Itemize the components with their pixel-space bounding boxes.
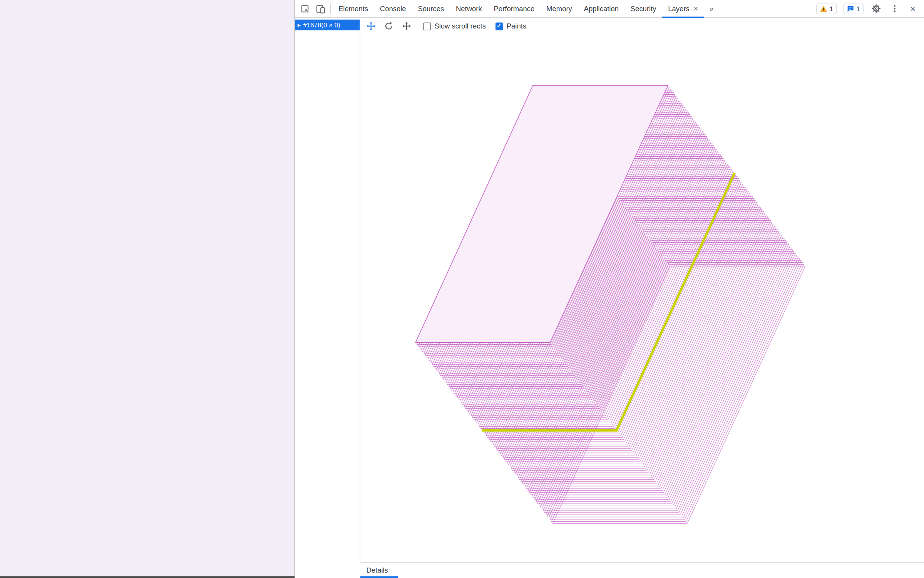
- checkmark-icon: ✓: [497, 23, 502, 29]
- inspected-page: [0, 0, 295, 578]
- layers-panel: ▶ #1678(0 × 0): [295, 18, 924, 578]
- close-icon: ×: [910, 4, 916, 13]
- layer-tree-sidebar: ▶ #1678(0 × 0): [295, 18, 360, 562]
- rotate-icon: [384, 21, 394, 31]
- move-arrows-icon: [402, 21, 412, 31]
- tab-performance[interactable]: Performance: [488, 0, 541, 17]
- message-bubble-icon: [847, 5, 854, 12]
- inspect-cursor-icon: [301, 4, 310, 13]
- layer-size: (0 × 0): [321, 21, 340, 28]
- screen: Elements Console Sources Network Perform…: [0, 0, 924, 578]
- tab-label: Sources: [418, 5, 444, 13]
- devtools-tabs: Elements Console Sources Network Perform…: [333, 0, 719, 17]
- warning-count: 1: [830, 5, 833, 12]
- tab-layers[interactable]: Layers ×: [662, 0, 704, 17]
- slow-scroll-rects-checkbox[interactable]: [423, 22, 431, 30]
- tab-details[interactable]: Details: [360, 563, 398, 578]
- details-tab-label: Details: [366, 566, 388, 575]
- inspect-element-button[interactable]: [298, 1, 313, 16]
- tab-application[interactable]: Application: [578, 0, 624, 17]
- close-devtools-button[interactable]: ×: [907, 3, 919, 15]
- layers-3d-canvas[interactable]: [360, 34, 924, 562]
- expander-triangle-icon[interactable]: ▶: [298, 23, 301, 27]
- details-bar: Details: [360, 562, 924, 578]
- layer-tree-item-selected[interactable]: ▶ #1678(0 × 0): [295, 20, 360, 30]
- pan-mode-button[interactable]: [365, 20, 377, 32]
- tab-close-icon[interactable]: ×: [694, 5, 698, 12]
- tab-label: Layers: [668, 5, 689, 13]
- message-badge[interactable]: 1: [843, 3, 864, 14]
- device-toolbar-icon: [316, 4, 326, 13]
- slow-scroll-rects-label: Slow scroll rects: [434, 22, 485, 30]
- more-tabs-button[interactable]: »: [704, 0, 719, 17]
- tab-memory[interactable]: Memory: [541, 0, 578, 17]
- reset-view-button[interactable]: [401, 20, 413, 32]
- tab-label: Security: [631, 5, 656, 13]
- devtools-panel: Elements Console Sources Network Perform…: [295, 0, 924, 578]
- paints-label: Paints: [507, 22, 526, 30]
- tab-label: Network: [456, 5, 482, 13]
- device-toolbar-button[interactable]: [313, 1, 328, 16]
- tab-console[interactable]: Console: [374, 0, 412, 17]
- message-count: 1: [856, 5, 860, 12]
- tab-label: Memory: [546, 5, 572, 13]
- page-bottom-edge: [0, 576, 295, 578]
- tab-label: Console: [380, 5, 406, 13]
- tab-label: Application: [584, 5, 619, 13]
- settings-button[interactable]: [870, 3, 882, 15]
- toolbar-separator: [330, 3, 331, 14]
- layer-id: #1678: [303, 21, 321, 28]
- warning-triangle-icon: [820, 5, 827, 12]
- paints-checkbox[interactable]: ✓: [495, 22, 503, 30]
- tab-label: Performance: [494, 5, 535, 13]
- toolbar-right-group: 1 1: [816, 3, 924, 15]
- warning-badge[interactable]: 1: [816, 3, 837, 14]
- layers-3d-view[interactable]: [360, 34, 924, 562]
- tab-security[interactable]: Security: [624, 0, 662, 17]
- tab-network[interactable]: Network: [450, 0, 488, 17]
- more-options-button[interactable]: [889, 3, 901, 15]
- tab-sources[interactable]: Sources: [412, 0, 450, 17]
- rotate-mode-button[interactable]: [383, 20, 395, 32]
- gear-icon: [872, 4, 880, 13]
- tab-elements[interactable]: Elements: [333, 0, 374, 17]
- devtools-main-toolbar: Elements Console Sources Network Perform…: [295, 0, 924, 18]
- tab-label: Elements: [338, 5, 368, 13]
- layers-toolbar: Slow scroll rects ✓ Paints: [360, 18, 924, 34]
- vertical-dots-icon: [890, 4, 899, 13]
- pan-arrows-icon: [366, 21, 376, 31]
